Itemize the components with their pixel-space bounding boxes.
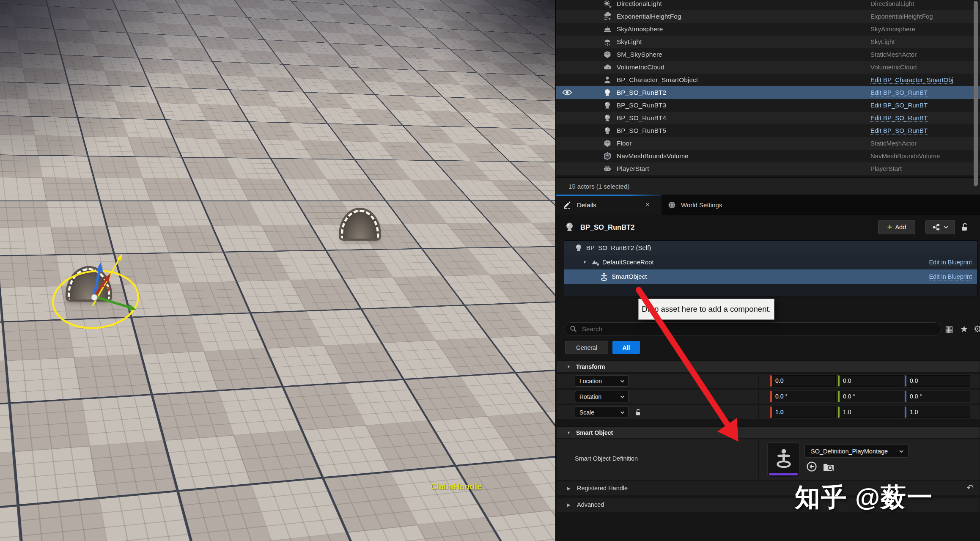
blueprint-pawn-icon [603,114,612,122]
caret-down-icon[interactable]: ▼ [567,427,571,439]
caret-right-icon[interactable]: ▶ [567,498,571,512]
outliner-row[interactable]: SkyLight SkyLight [556,36,980,48]
sky-atmosphere-icon [603,25,612,33]
edit-in-blueprint-link[interactable]: Edit in Blueprint [929,269,972,284]
section-smart-object[interactable]: ▼ Smart Object [557,426,980,438]
location-dropdown[interactable]: Location [575,375,629,387]
lock-open-icon[interactable] [960,222,969,232]
drop-asset-tooltip: Drop asset here to add a component. [638,299,774,320]
filter-all-button[interactable]: All [612,341,640,354]
blueprint-settings-button[interactable] [925,220,955,234]
caret-right-icon[interactable]: ▶ [567,481,571,495]
edit-in-blueprint-link[interactable]: Edit in Blueprint [929,255,972,269]
edit-blueprint-link[interactable]: Edit BP_Character_SmartObj [870,74,953,86]
definition-asset-dropdown[interactable]: SO_Definition_PlayMontage [804,445,909,458]
reset-to-default-icon[interactable]: ↶ [966,481,974,494]
search-input[interactable] [581,325,941,333]
details-tab-bar: Details × World Settings [556,195,980,215]
scene-root-icon [591,258,600,266]
outliner-row[interactable]: BP_SO_RunBT4 Edit BP_SO_RunBT [556,112,980,124]
tree-row-self[interactable]: BP_SO_RunBT2 (Self) [564,241,977,255]
outliner-row[interactable]: BP_SO_RunBT3 Edit BP_SO_RunBT [556,99,980,112]
tab-details[interactable]: Details × [556,195,662,215]
outliner-status-bar: 15 actors (1 selected) [556,177,980,195]
node-graph-icon [933,223,940,231]
caret-down-icon[interactable]: ▼ [567,361,571,373]
outliner-row[interactable]: SM_SkySphere StaticMeshActor [556,48,980,61]
unreal-editor-window: ClaimHandle DirectionalLight Directional… [0,0,980,541]
outliner-row[interactable]: NavMeshBoundsVolume NavMeshBoundsVolume [556,150,980,162]
viewport-3d[interactable]: ClaimHandle [0,0,555,541]
blueprint-pawn-icon [603,88,612,97]
add-component-button[interactable]: + Add [878,220,915,234]
blueprint-pawn-icon [564,222,575,232]
caret-down-icon[interactable]: ▼ [583,255,587,269]
details-actor-header: BP_SO_RunBT2 + Add [556,215,980,239]
zhihu-watermark: 知乎 @薮一 [795,481,933,515]
outliner-row-selected[interactable]: BP_SO_RunBT2 Edit BP_SO_RunBT [556,86,980,99]
pencil-icon [563,200,572,209]
browse-to-asset-icon[interactable] [823,461,835,472]
actor-count: 15 actors (1 selected) [568,178,980,195]
location-y-field[interactable]: 0.0 [838,375,903,387]
favorites-icon[interactable]: ★ [960,322,968,335]
blueprint-pawn-icon [603,101,612,110]
height-fog-icon [603,12,612,21]
chevron-down-icon [620,411,625,414]
outliner-row[interactable]: VolumetricCloud VolumetricCloud [556,61,980,74]
tree-row-smart-object-selected[interactable]: SmartObject Edit in Blueprint [564,269,977,284]
use-selected-asset-icon[interactable] [806,461,817,472]
edit-blueprint-link[interactable]: Edit BP_SO_RunBT [870,99,928,112]
filter-general-button[interactable]: General [565,341,608,354]
close-icon[interactable]: × [645,200,650,209]
chevron-down-icon [944,225,948,229]
edit-blueprint-link[interactable]: Edit BP_SO_RunBT [870,86,928,99]
outliner-row[interactable]: BP_Character_SmartObject Edit BP_Charact… [556,74,980,86]
outliner-row[interactable]: SkyAtmosphere SkyAtmosphere [556,23,980,36]
plus-icon: + [887,223,892,231]
rotation-x-field[interactable]: 0.0 ° [770,391,836,402]
details-search-bar[interactable] [564,322,942,335]
search-icon [570,325,577,332]
scale-lock-open-icon[interactable] [634,408,642,417]
location-z-field[interactable]: 0.0 [905,375,970,387]
edit-blueprint-link[interactable]: Edit BP_SO_RunBT [870,124,928,137]
outliner-row[interactable]: BP_SO_RunBT5 Edit BP_SO_RunBT [556,124,980,137]
volumetric-cloud-icon [603,63,612,71]
edit-blueprint-link[interactable]: Edit BP_SO_RunBT [870,112,928,124]
smart-object-icon [774,446,793,470]
property-row-location: Location 0.0 0.0 0.0 [557,374,980,388]
blueprint-pawn-icon [603,126,612,135]
world-outliner: DirectionalLight DirectionalLight Expone… [556,0,980,176]
property-row-rotation: Rotation 0.0 ° 0.0 ° 0.0 ° [557,390,980,404]
asset-thumbnail[interactable] [767,442,799,477]
blueprint-pawn-icon [574,244,583,252]
rotation-y-field[interactable]: 0.0 ° [838,391,903,402]
outliner-row[interactable]: ExponentialHeightFog ExponentialHeightFo… [556,10,980,23]
visibility-eye-icon[interactable] [562,89,572,96]
tree-row-scene-root[interactable]: ▼ DefaultSceneRoot Edit in Blueprint [564,255,977,269]
rotation-z-field[interactable]: 0.0 ° [905,391,970,402]
player-start-icon [603,165,612,173]
gear-icon[interactable]: ⚙ [974,322,980,335]
corner-shade-left [0,0,237,178]
static-mesh-icon [603,139,612,148]
outliner-row[interactable]: DirectionalLight DirectionalLight [556,0,980,10]
directional-light-icon [603,0,612,8]
display-options-icon[interactable]: ▦ [945,322,953,335]
section-transform[interactable]: ▼ Transform [557,360,980,372]
scale-z-field[interactable]: 1.0 [905,406,970,418]
tab-world-settings[interactable]: World Settings [662,195,776,215]
rotation-dropdown[interactable]: Rotation [575,391,629,402]
smart-object-icon [600,272,608,281]
outliner-row[interactable]: Floor StaticMeshActor [556,137,980,150]
location-x-field[interactable]: 0.0 [770,375,836,387]
scale-y-field[interactable]: 1.0 [838,406,903,418]
outliner-row[interactable]: PlayerStart PlayerStart [556,162,980,175]
scale-dropdown[interactable]: Scale [575,406,629,418]
scale-x-field[interactable]: 1.0 [770,406,836,418]
asset-type-color-bar [769,473,798,475]
static-mesh-icon [603,50,612,59]
chevron-down-icon [620,379,625,383]
outliner-scrollbar[interactable] [974,1,978,186]
